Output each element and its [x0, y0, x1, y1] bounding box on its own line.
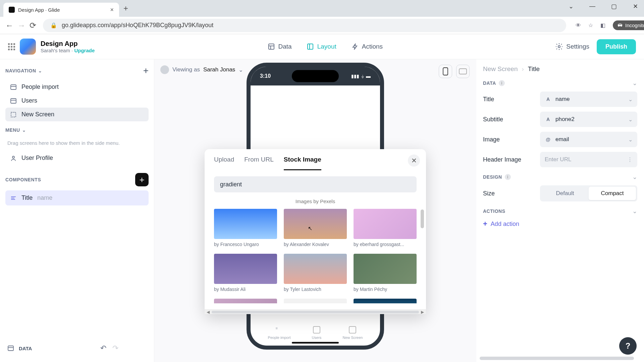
tab-actions[interactable]: Actions: [351, 43, 383, 50]
panel-icon[interactable]: ◧: [600, 22, 605, 28]
size-option-default[interactable]: Default: [541, 187, 589, 200]
modal-hscroll[interactable]: ◀▶: [205, 309, 426, 314]
url-field[interactable]: 🔒 go.glideapps.com/app/sHoQEhK79BCg8pugJ…: [43, 19, 566, 32]
home-indicator: [292, 342, 339, 344]
chevron-down-icon: ⌄: [628, 96, 633, 103]
breadcrumb-root[interactable]: New Screen: [483, 65, 518, 73]
publish-button[interactable]: Publish: [597, 39, 636, 54]
new-tab-button[interactable]: +: [119, 4, 132, 13]
forward-button[interactable]: →: [17, 21, 25, 30]
stock-thumb[interactable]: [354, 299, 417, 303]
menu-hint: Drag screens here to show them in the si…: [7, 140, 147, 146]
left-panel: NAVIGATION ⌄ + People import Users New S…: [0, 59, 154, 362]
phone-tab[interactable]: Users: [312, 326, 322, 340]
subtitle-select[interactable]: Aphone2⌄: [540, 112, 637, 127]
tab-favicon: [9, 7, 15, 13]
upgrade-link[interactable]: Upgrade: [74, 48, 95, 53]
app-logo: [20, 39, 36, 55]
incognito-icon: 🕶: [618, 22, 623, 28]
stock-search-input[interactable]: [214, 176, 417, 192]
phone-tab[interactable]: New Screen: [343, 326, 363, 340]
modal-tab-from-url[interactable]: From URL: [244, 156, 274, 170]
app-header: Design App Sarah's team · Upgrade Data L…: [0, 34, 644, 59]
redo-button[interactable]: ↷: [112, 344, 118, 353]
stock-thumb[interactable]: by Francesco Ungaro: [214, 209, 277, 247]
nav-item-people-import[interactable]: People import: [5, 80, 149, 94]
modal-tab-stock-image[interactable]: Stock Image: [284, 156, 321, 170]
stock-thumb[interactable]: [214, 299, 277, 303]
close-icon[interactable]: ×: [110, 6, 114, 13]
add-nav-button[interactable]: +: [143, 65, 149, 76]
info-icon[interactable]: i: [499, 80, 505, 86]
components-section-label: COMPONENTS: [5, 177, 41, 182]
stock-thumb[interactable]: by Alexander Kovalev: [284, 209, 347, 247]
svg-rect-17: [443, 68, 448, 75]
size-segmented[interactable]: Default Compact: [540, 185, 637, 201]
right-panel: New Screen › Title DATAi⌄ Title Aname⌄ S…: [476, 59, 644, 362]
back-button[interactable]: ←: [5, 21, 13, 30]
modal-close-button[interactable]: ✕: [408, 155, 420, 167]
chevron-right-icon: ›: [522, 65, 524, 73]
add-action-button[interactable]: +Add action: [483, 220, 637, 228]
tab-data[interactable]: Data: [268, 43, 292, 50]
chevron-down-icon: ⌄: [628, 136, 633, 143]
title-select[interactable]: Aname⌄: [540, 92, 637, 107]
image-select[interactable]: @email⌄: [540, 132, 637, 147]
help-fab[interactable]: ?: [619, 337, 637, 355]
settings-link[interactable]: Settings: [555, 43, 589, 50]
phone-time: 3:10: [260, 73, 271, 79]
tab-layout[interactable]: Layout: [307, 43, 336, 50]
dynamic-island: [292, 70, 339, 82]
phone-tab[interactable]: ≡People import: [268, 326, 291, 340]
stock-image-grid: by Francesco Ungaro by Alexander Kovalev…: [205, 205, 426, 309]
menu-item-user-profile[interactable]: User Profile: [5, 151, 149, 165]
tab-actions-label: Actions: [362, 43, 383, 50]
chevron-down-icon[interactable]: ⌄: [632, 173, 637, 181]
undo-button[interactable]: ↶: [100, 344, 106, 353]
scrollbar-thumb[interactable]: [421, 209, 424, 228]
design-section-label: DESIGN: [483, 174, 502, 180]
navigation-section-label[interactable]: NAVIGATION ⌄: [5, 68, 42, 73]
browser-tab[interactable]: Design App · Glide ×: [3, 3, 119, 17]
chevron-down-icon[interactable]: ⌄: [565, 3, 577, 10]
right-panel-hscroll[interactable]: [480, 357, 634, 360]
apps-grid-icon[interactable]: [8, 43, 15, 50]
image-picker-modal: Upload From URL Stock Image ✕ Images by …: [205, 149, 426, 314]
stock-thumb[interactable]: by Martin Péchy: [354, 254, 417, 292]
svg-rect-18: [459, 69, 467, 74]
menu-item-label: User Profile: [21, 155, 53, 162]
incognito-badge: 🕶 Incognito: [613, 20, 644, 30]
stock-thumb[interactable]: [284, 299, 347, 303]
chevron-down-icon[interactable]: ⌄: [632, 79, 637, 87]
device-phone-button[interactable]: [439, 65, 452, 78]
chevron-down-icon[interactable]: ⌄: [632, 207, 637, 215]
viewing-as-selector[interactable]: Viewing as Sarah Jonas ⌄: [160, 65, 243, 74]
modal-tab-upload[interactable]: Upload: [214, 156, 234, 170]
stock-thumb[interactable]: by Tyler Lastovich: [284, 254, 347, 292]
nav-item-users[interactable]: Users: [5, 94, 149, 108]
tab-layout-label: Layout: [317, 43, 336, 50]
stock-thumb[interactable]: by eberhard grossgast...: [354, 209, 417, 247]
stock-thumb[interactable]: by Mudassir Ali: [214, 254, 277, 292]
header-image-input[interactable]: Enter URL⋮: [540, 152, 637, 167]
close-window-icon[interactable]: ✕: [629, 3, 641, 10]
nav-item-new-screen[interactable]: New Screen: [5, 108, 149, 121]
chevron-down-icon: ⌄: [38, 68, 42, 73]
url-text: go.glideapps.com/app/sHoQEhK79BCg8pugJV9…: [62, 22, 213, 29]
size-option-compact[interactable]: Compact: [589, 187, 636, 200]
menu-section-label[interactable]: MENU ⌄: [5, 127, 26, 133]
info-icon[interactable]: i: [505, 174, 511, 180]
component-title[interactable]: Title name: [5, 190, 149, 205]
device-tablet-button[interactable]: [456, 65, 470, 78]
field-label-title: Title: [483, 96, 540, 103]
tab-title: Design App · Glide: [18, 7, 107, 13]
reload-button[interactable]: ⟳: [30, 21, 36, 30]
nav-item-label: People import: [21, 83, 59, 90]
footer-data-link[interactable]: DATA: [19, 346, 32, 351]
maximize-icon[interactable]: ▢: [608, 3, 620, 10]
minimize-icon[interactable]: —: [586, 3, 598, 10]
breadcrumb: New Screen › Title: [483, 65, 637, 73]
star-icon[interactable]: ☆: [588, 22, 593, 28]
add-component-button[interactable]: +: [135, 173, 149, 186]
eye-off-icon[interactable]: 👁: [576, 22, 581, 28]
